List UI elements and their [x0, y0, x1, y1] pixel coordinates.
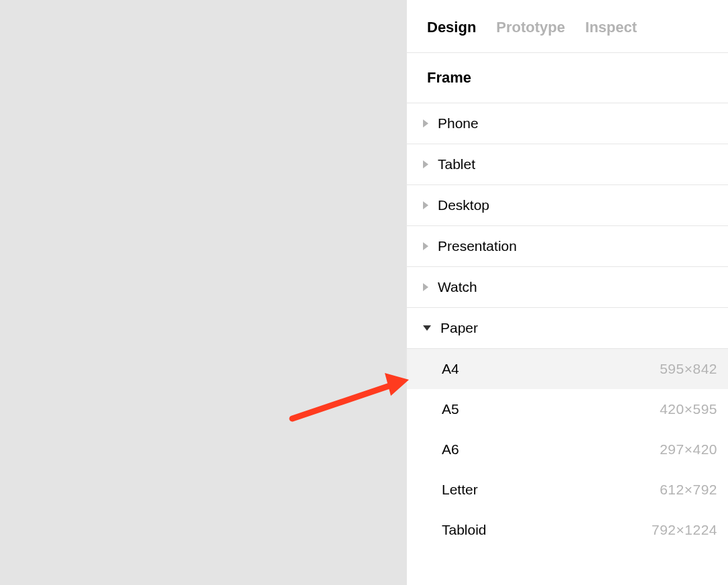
preset-name: Tabloid: [442, 522, 487, 538]
preset-letter[interactable]: Letter 612×792: [407, 470, 728, 510]
chevron-right-icon: [423, 160, 428, 168]
svg-marker-1: [385, 373, 409, 396]
category-presentation[interactable]: Presentation: [407, 225, 728, 266]
category-tablet[interactable]: Tablet: [407, 144, 728, 184]
section-title-frame: Frame: [407, 53, 728, 103]
chevron-right-icon: [423, 283, 428, 291]
preset-name: A5: [442, 401, 459, 417]
category-desktop[interactable]: Desktop: [407, 184, 728, 225]
chevron-right-icon: [423, 119, 428, 127]
category-watch[interactable]: Watch: [407, 266, 728, 307]
preset-tabloid[interactable]: Tabloid 792×1224: [407, 510, 728, 550]
category-label: Phone: [438, 115, 479, 131]
preset-dimensions: 612×792: [660, 482, 717, 498]
inspector-panel: Design Prototype Inspect Frame Phone Tab…: [406, 0, 728, 585]
tab-inspect[interactable]: Inspect: [585, 19, 637, 36]
category-label: Paper: [440, 320, 478, 336]
preset-dimensions: 297×420: [660, 441, 717, 458]
chevron-down-icon: [423, 325, 431, 331]
svg-line-0: [292, 384, 396, 419]
annotation-arrow-icon: [288, 370, 416, 423]
tab-design[interactable]: Design: [427, 19, 476, 36]
category-label: Watch: [438, 279, 477, 295]
category-label: Tablet: [438, 156, 475, 172]
category-label: Presentation: [438, 238, 517, 254]
panel-tabs: Design Prototype Inspect: [407, 0, 728, 53]
category-phone[interactable]: Phone: [407, 103, 728, 144]
preset-name: A6: [442, 441, 459, 458]
chevron-right-icon: [423, 242, 428, 250]
tab-prototype[interactable]: Prototype: [496, 19, 565, 36]
preset-name: A4: [442, 361, 459, 377]
preset-name: Letter: [442, 482, 478, 498]
preset-a5[interactable]: A5 420×595: [407, 389, 728, 429]
preset-dimensions: 792×1224: [652, 522, 717, 538]
preset-dimensions: 420×595: [660, 401, 717, 417]
category-label: Desktop: [438, 197, 489, 213]
category-paper[interactable]: Paper: [407, 307, 728, 349]
preset-a6[interactable]: A6 297×420: [407, 429, 728, 470]
preset-a4[interactable]: A4 595×842: [407, 349, 728, 389]
chevron-right-icon: [423, 201, 428, 209]
canvas-area[interactable]: [0, 0, 406, 585]
preset-dimensions: 595×842: [660, 361, 717, 377]
